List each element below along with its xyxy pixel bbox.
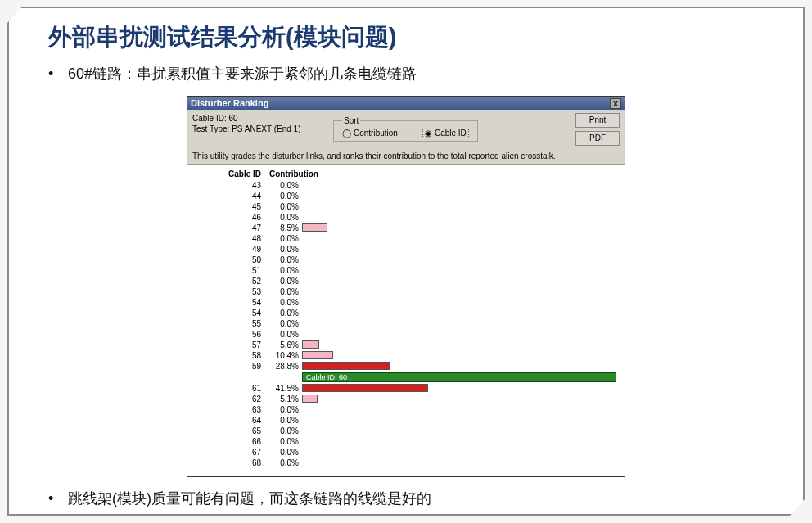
cable-id-cell: 54 [191, 298, 269, 307]
cable-id-cell: 48 [191, 234, 269, 243]
contribution-cell: 0.0% [269, 277, 302, 286]
contribution-cell: 0.0% [269, 426, 302, 435]
col-header-contrib: Contribution [269, 169, 322, 178]
contribution-cell: 0.0% [269, 437, 302, 446]
bar-area [302, 287, 621, 296]
contribution-cell: 0.0% [269, 234, 302, 243]
contribution-cell: 0.0% [269, 192, 302, 201]
sort-group: Sort ◯ Contribution ◉ Cable ID [333, 113, 566, 142]
window-titlebar: Disturber Ranking X [187, 97, 625, 110]
info-block: Cable ID: 60 Test Type: PS ANEXT (End 1) [192, 113, 323, 135]
table-row: 670.0% [191, 447, 621, 458]
contribution-cell: 28.8% [269, 362, 302, 371]
bar-area [302, 426, 621, 435]
pdf-button[interactable]: PDF [575, 131, 620, 146]
bullet-item: 跳线架(模块)质量可能有问题，而这条链路的线缆是好的 [48, 487, 803, 511]
contribution-cell: 10.4% [269, 351, 302, 360]
bar-area [302, 255, 621, 264]
window-toolbar: Cable ID: 60 Test Type: PS ANEXT (End 1)… [187, 110, 625, 151]
cable-id-cell: 59 [191, 362, 269, 371]
table-row: 6141.5% [191, 383, 621, 394]
table-row: 430.0% [191, 180, 621, 191]
contribution-bar [302, 223, 327, 232]
table-row: 460.0% [191, 212, 621, 223]
bar-area [302, 448, 621, 457]
bar-area [302, 309, 621, 318]
radio-cableid[interactable]: ◉ Cable ID [422, 128, 469, 138]
cable-id-cell: 56 [191, 330, 269, 339]
table-row: 625.1% [191, 394, 621, 404]
table-row: 540.0% [191, 297, 621, 308]
cable-id-cell: 63 [191, 405, 269, 414]
cable-id-cell: 68 [191, 458, 269, 467]
table-row: 440.0% [191, 191, 621, 201]
self-cable-row: Cable ID: 60 [191, 372, 621, 383]
cable-id-cell: 66 [191, 437, 269, 446]
bullet-list-top: 60#链路：串扰累积值主要来源于紧邻的几条电缆链路 [9, 62, 803, 86]
bar-area [302, 384, 621, 393]
cable-id-cell: 52 [191, 277, 269, 286]
cable-id-cell: 65 [191, 426, 269, 435]
bullet-list-bottom: 跳线架(模块)质量可能有问题，而这条链路的线缆是好的 [9, 487, 803, 511]
radio-icon: ◯ [342, 128, 351, 138]
cable-id-cell: 55 [191, 319, 269, 328]
radio-contribution[interactable]: ◯ Contribution [342, 128, 398, 138]
cable-id-cell: 51 [191, 266, 269, 275]
table-row: 450.0% [191, 201, 621, 212]
contribution-cell: 0.0% [269, 458, 302, 467]
cable-id-cell: 67 [191, 448, 269, 457]
contribution-bar [302, 362, 390, 370]
radio-label: Cable ID [435, 128, 467, 138]
bar-area [302, 192, 621, 201]
contribution-bar [302, 395, 318, 403]
contribution-cell: 0.0% [269, 319, 302, 328]
cable-id-cell: 49 [191, 245, 269, 254]
contribution-cell: 0.0% [269, 245, 302, 254]
contribution-cell: 0.0% [269, 213, 302, 222]
page-title: 外部串扰测试结果分析(模块问题) [9, 8, 803, 62]
table-row: 5810.4% [191, 350, 621, 361]
table-row: 630.0% [191, 404, 621, 415]
contribution-cell: 0.0% [269, 330, 302, 339]
bar-area [302, 416, 621, 425]
bar-area [302, 266, 621, 275]
col-header-cable: Cable ID [191, 169, 269, 178]
bar-area [302, 234, 621, 243]
cable-id-cell: 44 [191, 192, 269, 201]
contribution-cell: 0.0% [269, 309, 302, 318]
table-row: 530.0% [191, 286, 621, 297]
bar-area [302, 245, 621, 254]
cable-id-cell: 64 [191, 416, 269, 425]
table-row: 560.0% [191, 329, 621, 340]
disturber-chart: Cable ID Contribution 430.0%440.0%450.0%… [187, 165, 625, 476]
cable-id-cell: 47 [191, 223, 269, 232]
bar-area [302, 330, 621, 339]
contribution-bar [302, 351, 333, 359]
contribution-cell: 5.6% [269, 340, 302, 349]
cable-id-cell: 43 [191, 181, 269, 190]
contribution-bar [302, 384, 428, 392]
contribution-cell: 0.0% [269, 405, 302, 414]
table-row: 520.0% [191, 276, 621, 286]
sort-legend: Sort [342, 116, 360, 125]
window-description: This utility grades the disturber links,… [187, 151, 625, 165]
table-row: 680.0% [191, 458, 621, 468]
table-row: 480.0% [191, 233, 621, 244]
contribution-cell: 0.0% [269, 202, 302, 211]
cable-id-cell: 57 [191, 340, 269, 349]
bar-area [302, 395, 621, 404]
table-row: 660.0% [191, 436, 621, 447]
contribution-cell: 5.1% [269, 395, 302, 404]
close-icon[interactable]: X [610, 98, 621, 109]
table-row: 650.0% [191, 426, 621, 436]
slide: 外部串扰测试结果分析(模块问题) 60#链路：串扰累积值主要来源于紧邻的几条电缆… [7, 7, 805, 516]
cable-id-cell: 61 [191, 384, 269, 393]
disturber-window: Disturber Ranking X Cable ID: 60 Test Ty… [187, 96, 625, 477]
contribution-bar [302, 340, 319, 349]
cable-id-label: Cable ID: 60 [192, 113, 323, 124]
bar-area [302, 405, 621, 414]
table-row: 550.0% [191, 318, 621, 329]
print-button[interactable]: Print [575, 113, 620, 128]
table-row: 575.6% [191, 340, 621, 350]
cable-id-cell: 62 [191, 395, 269, 404]
